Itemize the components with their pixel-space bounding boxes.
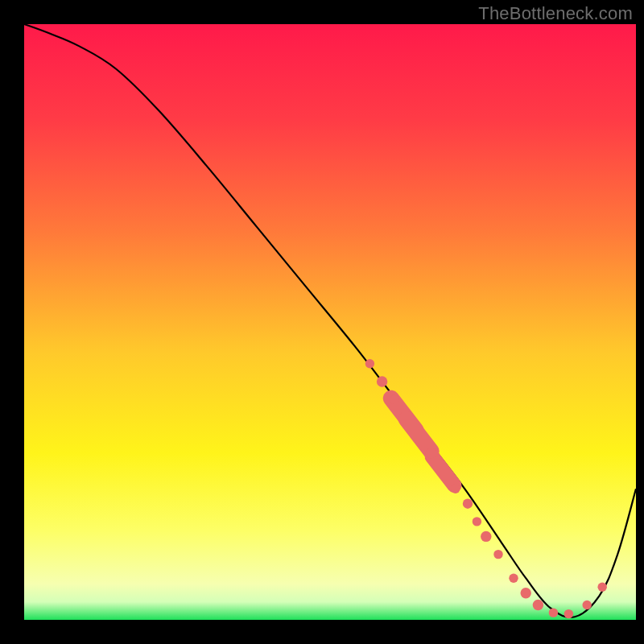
marker-dot bbox=[597, 583, 606, 592]
marker-dot bbox=[365, 359, 374, 368]
marker-dot bbox=[451, 484, 460, 493]
marker-dot bbox=[520, 588, 530, 598]
plot-area bbox=[24, 24, 636, 620]
marker-dot bbox=[377, 376, 387, 386]
marker-dot bbox=[564, 609, 573, 618]
marker-dot bbox=[481, 531, 491, 542]
chart-container: TheBottleneck.com bbox=[0, 0, 644, 644]
marker-dot bbox=[582, 601, 591, 609]
marker-dot bbox=[533, 600, 543, 610]
watermark-text: TheBottleneck.com bbox=[478, 3, 633, 24]
marker-dot bbox=[426, 448, 436, 458]
marker-dot bbox=[509, 573, 518, 582]
marker-dot bbox=[390, 394, 398, 403]
marker-dot bbox=[463, 498, 473, 508]
marker-dot bbox=[473, 517, 481, 526]
marker-dot bbox=[549, 608, 558, 617]
bottleneck-chart bbox=[0, 0, 644, 644]
marker-dot bbox=[493, 550, 502, 559]
